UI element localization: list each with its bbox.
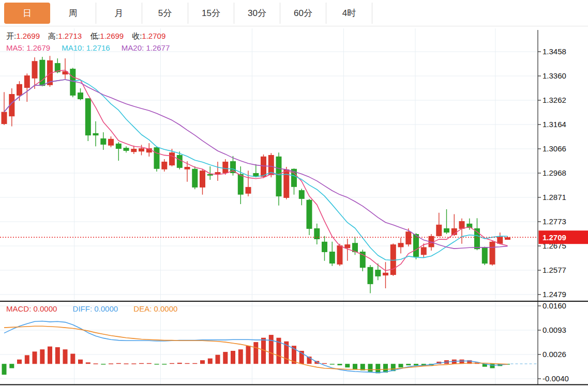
ma5-label: MA5: — [6, 43, 24, 52]
open-value: 1.2699 — [16, 32, 40, 40]
macd-label: MACD: — [6, 304, 31, 313]
current-price-badge: 1.2709 — [539, 230, 588, 244]
tab-4hour[interactable]: 4时 — [326, 3, 372, 24]
tab-30min[interactable]: 30分 — [234, 3, 280, 24]
svg-text:1.2871: 1.2871 — [542, 193, 566, 202]
open-label: 开: — [6, 32, 16, 40]
chart-canvas[interactable]: 1.34581.33601.32621.31641.30661.29681.28… — [0, 0, 588, 387]
svg-text:0.0160: 0.0160 — [542, 301, 566, 310]
ma20-line — [4, 80, 508, 249]
svg-text:1.2479: 1.2479 — [542, 290, 566, 299]
tab-month[interactable]: 月 — [96, 3, 142, 24]
svg-text:1.2773: 1.2773 — [542, 217, 566, 226]
ohlc-readout: 开:1.2699高:1.2713低:1.2699收:1.2709 — [6, 32, 174, 41]
svg-text:1.3360: 1.3360 — [542, 71, 566, 80]
candles-layer — [2, 56, 511, 293]
tab-15min[interactable]: 15分 — [188, 3, 234, 24]
svg-text:1.3458: 1.3458 — [542, 47, 566, 56]
svg-text:-0.0040: -0.0040 — [542, 374, 569, 383]
diff-label: DIFF: — [73, 304, 93, 313]
low-label: 低: — [90, 32, 100, 40]
close-label: 收: — [132, 32, 142, 40]
dea-value: 0.0000 — [154, 304, 178, 313]
close-value: 1.2709 — [142, 32, 165, 40]
timeframe-tabs: 日周月5分15分30分60分4时 — [0, 0, 588, 26]
dea-label: DEA: — [133, 304, 152, 313]
diff-value: 0.0000 — [94, 304, 118, 313]
tab-week[interactable]: 周 — [50, 3, 96, 24]
svg-text:0.0026: 0.0026 — [542, 350, 566, 359]
ma5-value: 1.2679 — [26, 43, 50, 52]
svg-text:1.3262: 1.3262 — [542, 96, 566, 104]
ma20-value: 1.2677 — [146, 43, 170, 52]
svg-text:1.3164: 1.3164 — [542, 120, 566, 129]
macd-value: 0.0000 — [34, 304, 57, 313]
ma10-label: MA10: — [62, 43, 84, 52]
ma20-label: MA20: — [122, 43, 144, 52]
macd-axis-labels: 0.01600.00930.0026-0.0040 — [538, 301, 569, 383]
price-axis-labels: 1.34581.33601.32621.31641.30661.29681.28… — [538, 47, 566, 299]
tab-60min[interactable]: 60分 — [280, 3, 326, 24]
svg-text:1.2709: 1.2709 — [542, 233, 566, 242]
ma-readout: MA5: 1.2679 MA10: 1.2716 MA20: 1.2677 — [6, 43, 170, 52]
svg-text:1.2968: 1.2968 — [542, 168, 566, 177]
vertical-gridlines — [74, 28, 495, 385]
svg-text:0.0093: 0.0093 — [542, 326, 566, 334]
svg-text:1.2577: 1.2577 — [542, 266, 566, 274]
svg-text:1.3066: 1.3066 — [542, 144, 566, 153]
high-value: 1.2713 — [58, 32, 82, 40]
tab-day[interactable]: 日 — [4, 3, 50, 24]
tab-5min[interactable]: 5分 — [142, 3, 188, 24]
macd-readout: MACD: 0.0000 DIFF: 0.0000 DEA: 0.0000 — [6, 304, 177, 313]
high-label: 高: — [48, 32, 58, 40]
low-value: 1.2699 — [100, 32, 124, 40]
macd-histogram — [2, 335, 510, 375]
ma10-value: 1.2716 — [86, 43, 110, 52]
